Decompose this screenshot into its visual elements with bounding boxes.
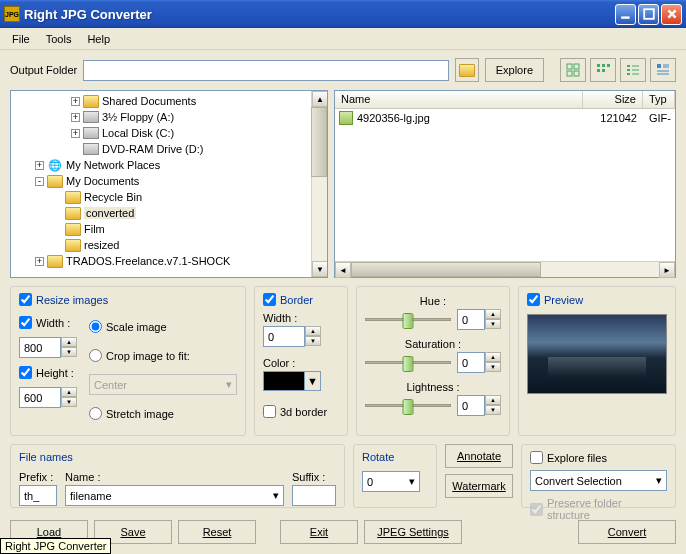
tree-node[interactable]: DVD-RAM Drive (D:) bbox=[13, 141, 325, 157]
tree-node[interactable]: Recycle Bin bbox=[13, 189, 325, 205]
view-details-button[interactable] bbox=[650, 58, 676, 82]
rotate-combo[interactable]: 0▾ bbox=[362, 471, 420, 492]
border-color-picker[interactable]: ▼ bbox=[263, 371, 339, 391]
lightness-slider[interactable] bbox=[365, 404, 451, 407]
saturation-spinner[interactable]: ▲▼ bbox=[457, 352, 501, 373]
convert-button[interactable]: Convert bbox=[578, 520, 676, 544]
browse-folder-button[interactable] bbox=[455, 58, 479, 82]
tree-node[interactable]: Film bbox=[13, 221, 325, 237]
hue-label: Hue : bbox=[365, 295, 501, 307]
annotate-button[interactable]: Annotate bbox=[445, 444, 513, 468]
hsl-group: Hue : ▲▼ Saturation : ▲▼ Lightness : ▲▼ bbox=[356, 286, 510, 436]
maximize-button[interactable] bbox=[638, 4, 659, 25]
output-folder-input[interactable] bbox=[83, 60, 448, 81]
list-header: Name Size Typ bbox=[335, 91, 675, 109]
tree-node[interactable]: +Shared Documents bbox=[13, 93, 325, 109]
menubar: File Tools Help bbox=[0, 28, 686, 50]
resize-group: Resize images Width : ▲▼ Height : ▲▼ Sca… bbox=[10, 286, 246, 436]
list-scrollbar-horizontal[interactable]: ◄ ► bbox=[335, 261, 675, 277]
suffix-label: Suffix : bbox=[292, 471, 336, 483]
crop-radio[interactable]: Crop image to fit: bbox=[89, 349, 237, 362]
view-small-icons-button[interactable] bbox=[590, 58, 616, 82]
folder-tree[interactable]: +Shared Documents+3½ Floppy (A:)+Local D… bbox=[10, 90, 328, 278]
crop-align-combo[interactable]: Center▾ bbox=[89, 374, 237, 395]
width-spinner[interactable]: ▲▼ bbox=[19, 337, 77, 358]
file-size: 121042 bbox=[583, 112, 643, 124]
explore-files-checkbox[interactable]: Explore files bbox=[530, 451, 667, 464]
tree-node[interactable]: converted bbox=[13, 205, 325, 221]
col-size[interactable]: Size bbox=[583, 91, 643, 108]
border-width-spinner[interactable]: ▲▼ bbox=[263, 326, 339, 347]
svg-rect-10 bbox=[602, 69, 605, 72]
close-button[interactable] bbox=[661, 4, 682, 25]
scroll-left-button[interactable]: ◄ bbox=[335, 262, 351, 278]
saturation-slider[interactable] bbox=[365, 361, 451, 364]
3d-border-checkbox[interactable]: 3d border bbox=[263, 405, 339, 418]
status-tooltip: Right JPG Converter bbox=[0, 538, 111, 554]
scroll-thumb[interactable] bbox=[311, 107, 327, 177]
border-checkbox[interactable]: Border bbox=[263, 293, 339, 306]
height-spinner[interactable]: ▲▼ bbox=[19, 387, 77, 408]
tree-scrollbar[interactable]: ▲ ▼ bbox=[311, 91, 327, 277]
hue-slider[interactable] bbox=[365, 318, 451, 321]
scroll-right-button[interactable]: ► bbox=[659, 262, 675, 278]
tree-node[interactable]: +🌐My Network Places bbox=[13, 157, 325, 173]
hue-spinner[interactable]: ▲▼ bbox=[457, 309, 501, 330]
expand-icon[interactable]: + bbox=[71, 129, 80, 138]
expand-icon[interactable]: + bbox=[35, 161, 44, 170]
prefix-label: Prefix : bbox=[19, 471, 57, 483]
output-folder-label: Output Folder bbox=[10, 64, 77, 76]
menu-tools[interactable]: Tools bbox=[38, 31, 80, 47]
view-large-icons-button[interactable] bbox=[560, 58, 586, 82]
col-type[interactable]: Typ bbox=[643, 91, 675, 108]
folder-icon bbox=[83, 95, 99, 108]
height-checkbox[interactable]: Height : bbox=[19, 366, 77, 379]
tree-label: 3½ Floppy (A:) bbox=[102, 111, 174, 123]
name-combo[interactable]: filename▾ bbox=[65, 485, 284, 506]
svg-rect-3 bbox=[574, 64, 579, 69]
tree-label: converted bbox=[84, 207, 136, 219]
rotate-group: Rotate 0▾ bbox=[353, 444, 437, 508]
saturation-label: Saturation : bbox=[365, 338, 501, 350]
collapse-icon[interactable]: - bbox=[35, 177, 44, 186]
suffix-input[interactable] bbox=[292, 485, 336, 506]
file-list[interactable]: Name Size Typ 4920356-lg.jpg 121042 GIF-… bbox=[334, 90, 676, 278]
tree-node[interactable]: +TRADOS.Freelance.v7.1-SHOCK bbox=[13, 253, 325, 269]
watermark-button[interactable]: Watermark bbox=[445, 474, 513, 498]
list-item[interactable]: 4920356-lg.jpg 121042 GIF- bbox=[335, 109, 675, 126]
preview-checkbox[interactable]: Preview bbox=[527, 293, 667, 306]
reset-button[interactable]: Reset bbox=[178, 520, 256, 544]
tree-label: Local Disk (C:) bbox=[102, 127, 174, 139]
tree-node[interactable]: resized bbox=[13, 237, 325, 253]
expand-icon[interactable]: + bbox=[71, 113, 80, 122]
tree-label: My Network Places bbox=[66, 159, 160, 171]
width-checkbox[interactable]: Width : bbox=[19, 316, 77, 329]
folder-icon bbox=[65, 191, 81, 204]
svg-rect-9 bbox=[597, 69, 600, 72]
titlebar: JPG Right JPG Converter bbox=[0, 0, 686, 28]
scroll-down-button[interactable]: ▼ bbox=[312, 261, 328, 277]
menu-file[interactable]: File bbox=[4, 31, 38, 47]
resize-images-checkbox[interactable]: Resize images bbox=[19, 293, 237, 306]
scale-radio[interactable]: Scale image bbox=[89, 320, 237, 333]
scroll-thumb-h[interactable] bbox=[351, 262, 541, 277]
explore-button[interactable]: Explore bbox=[485, 58, 544, 82]
tree-node[interactable]: -My Documents bbox=[13, 173, 325, 189]
minimize-button[interactable] bbox=[615, 4, 636, 25]
scroll-up-button[interactable]: ▲ bbox=[312, 91, 328, 107]
expand-icon[interactable]: + bbox=[71, 97, 80, 106]
expand-icon[interactable]: + bbox=[35, 257, 44, 266]
convert-selection-combo[interactable]: Convert Selection▾ bbox=[530, 470, 667, 491]
jpeg-settings-button[interactable]: JPEG Settings bbox=[364, 520, 462, 544]
menu-help[interactable]: Help bbox=[79, 31, 118, 47]
stretch-radio[interactable]: Stretch image bbox=[89, 407, 237, 420]
col-name[interactable]: Name bbox=[335, 91, 583, 108]
tree-node[interactable]: +Local Disk (C:) bbox=[13, 125, 325, 141]
lightness-spinner[interactable]: ▲▼ bbox=[457, 395, 501, 416]
tree-node[interactable]: +3½ Floppy (A:) bbox=[13, 109, 325, 125]
svg-rect-11 bbox=[627, 65, 630, 67]
preview-group: Preview bbox=[518, 286, 676, 436]
exit-button[interactable]: Exit bbox=[280, 520, 358, 544]
view-list-button[interactable] bbox=[620, 58, 646, 82]
prefix-input[interactable] bbox=[19, 485, 57, 506]
